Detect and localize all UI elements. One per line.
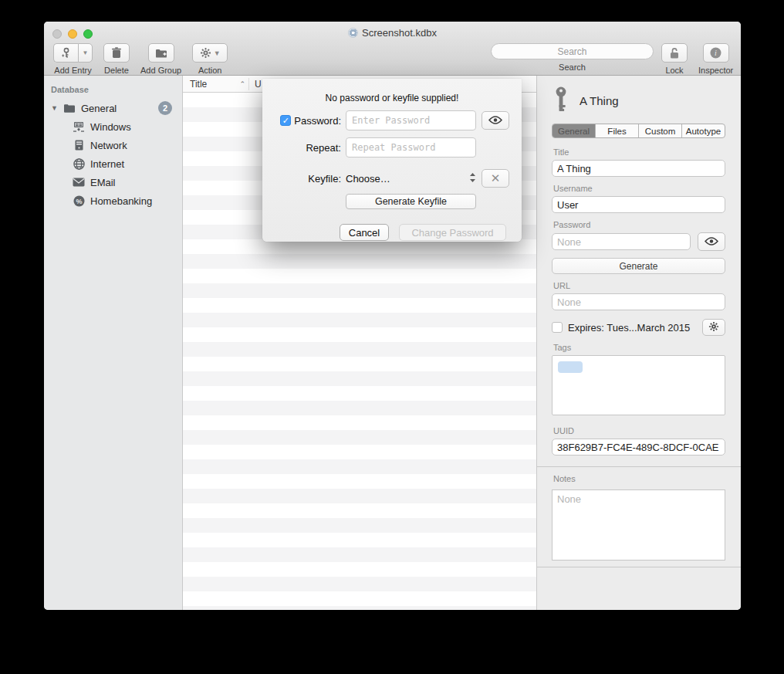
sidebar-item-internet[interactable]: Internet <box>44 154 182 173</box>
trash-icon <box>111 47 122 59</box>
sidebar-item-label: EMail <box>90 177 116 188</box>
column-header-username[interactable]: U <box>249 79 262 90</box>
url-label: URL <box>553 281 725 290</box>
entry-count-badge: 2 <box>158 101 172 115</box>
chevron-down-icon: ▼ <box>83 49 89 56</box>
expires-checkbox[interactable] <box>552 322 563 333</box>
sidebar-item-label: Network <box>90 140 127 151</box>
sidebar: Database ▼ General 2 Windows <box>44 76 183 610</box>
sort-ascending-icon: ⌃ <box>239 80 245 88</box>
window-title: Screenshot.kdbx <box>44 27 741 39</box>
add-group-button[interactable]: Add Group <box>140 43 181 75</box>
eye-icon <box>488 115 502 127</box>
envelope-icon <box>72 176 86 188</box>
sidebar-item-label: Internet <box>90 158 124 170</box>
delete-button[interactable]: Delete <box>103 43 130 75</box>
keyfile-label: Keyfile: <box>262 173 341 185</box>
keyfile-selected-value: Choose… <box>346 173 390 185</box>
percent-icon: % <box>72 195 86 207</box>
desktop-background: Screenshot.kdbx ▼ Add Entry <box>0 0 784 674</box>
key-icon <box>553 86 569 114</box>
sidebar-item-label: Windows <box>90 121 131 133</box>
tags-field[interactable] <box>552 355 725 415</box>
tag-chip[interactable] <box>558 361 583 373</box>
password-label: Password: <box>294 115 341 127</box>
chevron-down-icon: ▼ <box>214 49 221 57</box>
password-checkbox[interactable]: ✓ <box>280 115 291 126</box>
expires-label: Expires: Tues...March 2015 <box>568 322 697 334</box>
uuid-label: UUID <box>553 426 725 435</box>
network-computers-icon <box>72 120 86 133</box>
inspector-tabs: General Files Custom Autotype <box>552 124 725 138</box>
enter-password-input[interactable] <box>346 110 476 130</box>
eye-icon <box>705 237 718 247</box>
notes-field[interactable] <box>552 489 725 561</box>
svg-text:%: % <box>76 197 82 205</box>
keyfile-popup-button[interactable]: Choose… <box>346 172 476 185</box>
action-button[interactable]: ▼ Action <box>192 43 228 75</box>
info-icon: i <box>710 47 721 59</box>
sidebar-item-network[interactable]: Network <box>44 136 182 154</box>
document-icon <box>348 28 358 38</box>
inspector-button[interactable]: i Inspector <box>698 43 733 75</box>
column-header-title[interactable]: Title ⌃ <box>183 79 248 90</box>
sidebar-item-homebanking[interactable]: % Homebanking <box>44 191 182 210</box>
titlebar-toolbar: Screenshot.kdbx ▼ Add Entry <box>44 22 741 76</box>
search-input[interactable] <box>491 43 654 59</box>
globe-icon <box>72 157 86 170</box>
tab-custom[interactable]: Custom <box>639 124 682 137</box>
lock-button[interactable]: Lock <box>661 43 688 75</box>
sidebar-item-windows[interactable]: Windows <box>44 117 182 136</box>
uuid-field[interactable] <box>552 439 725 456</box>
folder-icon <box>63 102 76 114</box>
expires-options-button[interactable] <box>702 319 725 336</box>
clear-keyfile-button[interactable]: ✕ <box>482 169 509 188</box>
open-padlock-icon <box>669 47 680 59</box>
section-divider <box>537 567 741 567</box>
svg-text:i: i <box>715 49 717 57</box>
cancel-button[interactable]: Cancel <box>340 224 389 241</box>
section-divider <box>537 466 741 467</box>
username-label: Username <box>553 184 725 193</box>
tab-files[interactable]: Files <box>596 124 639 137</box>
sidebar-section-header: Database <box>44 82 182 99</box>
disclosure-triangle-icon[interactable]: ▼ <box>51 104 59 112</box>
inspector-panel: A Thing General Files Custom Autotype Ti… <box>536 76 741 610</box>
server-icon <box>72 139 86 151</box>
sidebar-item-label: General <box>81 103 117 114</box>
tab-general[interactable]: General <box>553 124 596 137</box>
notes-label: Notes <box>553 474 725 483</box>
title-field[interactable] <box>552 160 725 177</box>
repeat-password-input[interactable] <box>346 137 476 157</box>
username-field[interactable] <box>552 196 725 213</box>
repeat-label: Repeat: <box>262 142 341 154</box>
add-entry-button[interactable]: ▼ Add Entry <box>53 43 93 75</box>
sidebar-item-email[interactable]: EMail <box>44 173 182 191</box>
tab-autotype[interactable]: Autotype <box>682 124 725 137</box>
password-field[interactable] <box>552 233 691 250</box>
url-field[interactable] <box>552 293 725 310</box>
gear-icon <box>708 321 719 334</box>
password-label: Password <box>553 220 725 229</box>
change-password-button[interactable]: Change Password <box>399 224 506 241</box>
change-password-sheet: No password or keyfile supplied! ✓ Passw… <box>262 79 522 242</box>
app-window: Screenshot.kdbx ▼ Add Entry <box>44 22 741 610</box>
title-label: Title <box>553 147 725 157</box>
close-x-icon: ✕ <box>491 171 501 185</box>
folder-plus-icon <box>155 48 167 59</box>
generate-password-button[interactable]: Generate <box>552 258 725 274</box>
sidebar-item-general[interactable]: ▼ General 2 <box>44 99 182 117</box>
sidebar-item-label: Homebanking <box>90 195 152 207</box>
tags-label: Tags <box>553 343 725 352</box>
entry-title: A Thing <box>580 94 619 107</box>
reveal-password-button[interactable] <box>698 232 725 251</box>
key-plus-icon <box>60 47 73 59</box>
search-button-label: Search <box>491 63 654 72</box>
reveal-password-button[interactable] <box>482 111 509 130</box>
generate-keyfile-button[interactable]: Generate Keyfile <box>346 194 476 209</box>
gear-icon <box>200 47 211 59</box>
stepper-arrows-icon <box>469 172 476 185</box>
sheet-message: No password or keyfile supplied! <box>262 93 522 103</box>
